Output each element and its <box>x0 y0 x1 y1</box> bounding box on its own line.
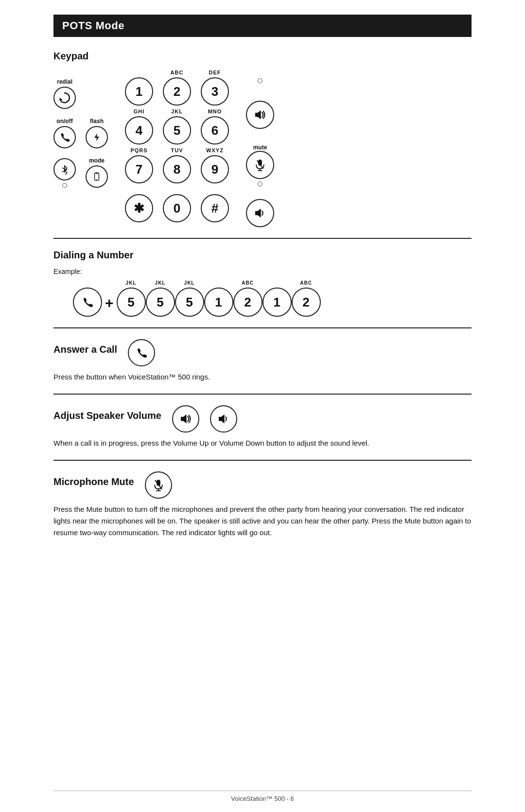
right-controls: mute <box>246 78 274 227</box>
numpad-cell-star: ✱ <box>125 186 153 222</box>
numpad-cell-1: 1 <box>125 70 153 106</box>
mute-button-keypad[interactable] <box>246 151 274 179</box>
mute-row: Microphone Mute <box>53 471 472 499</box>
numpad-cell-5: JKL 5 <box>163 108 191 144</box>
numpad-cell-hash: # <box>201 186 229 222</box>
numpad-cell-6: MNO 6 <box>201 108 229 144</box>
redial-button[interactable] <box>53 87 76 109</box>
dial-5a-button[interactable]: 5 <box>117 288 146 317</box>
dial-2a-button[interactable]: 2 <box>233 288 262 317</box>
dial-2a-wrap: ABC 2 <box>233 280 262 317</box>
mute-mic-icon <box>253 158 267 172</box>
key-hash[interactable]: # <box>201 194 229 222</box>
onoff-label: on/off <box>56 118 72 125</box>
mute-label: mute <box>253 144 267 151</box>
numpad-cell-7: PQRS 7 <box>125 147 153 183</box>
dial-phone-button[interactable] <box>73 288 102 317</box>
keypad-outer: redial on/off <box>53 69 472 227</box>
numpad-cell-4: GHI 4 <box>125 108 153 144</box>
dial-5c-button[interactable]: 5 <box>175 288 204 317</box>
key-1[interactable]: 1 <box>125 77 153 106</box>
dial-1a-button[interactable]: 1 <box>204 288 233 317</box>
answer-call-phone-button[interactable] <box>128 339 155 366</box>
divider-2 <box>53 327 472 328</box>
volume-down-icon <box>253 206 267 220</box>
numpad-cell-3: DEF 3 <box>201 70 229 106</box>
key-8[interactable]: 8 <box>163 155 191 183</box>
mute-display-button[interactable] <box>145 471 172 499</box>
onoff-phone-icon <box>58 131 71 144</box>
dial-5b-button[interactable]: 5 <box>146 288 175 317</box>
volume-title: Adjust Speaker Volume <box>53 410 161 421</box>
vol-up-display-icon <box>178 412 193 426</box>
vol-up-display-button[interactable] <box>172 405 199 433</box>
answer-phone-icon <box>135 346 148 360</box>
keypad-section: Keypad redial <box>53 51 472 227</box>
dial-2b-wrap: ABC 2 <box>292 280 321 317</box>
plus-symbol: + <box>105 295 114 311</box>
answer-call-title: Answer a Call <box>53 344 117 355</box>
svg-marker-1 <box>94 133 99 141</box>
volume-down-button[interactable] <box>246 199 274 227</box>
mode-label: mode <box>89 157 105 164</box>
key-3[interactable]: 3 <box>201 77 229 106</box>
key-0[interactable]: 0 <box>163 194 191 222</box>
numpad-grid: 1 ABC 2 DEF 3 GHI 4 JKL 5 <box>122 69 231 223</box>
volume-body: When a call is in progress, press the Vo… <box>53 437 472 449</box>
dial-1a-wrap: 1 <box>204 280 233 317</box>
dial-1b-wrap: 1 <box>262 280 292 317</box>
redial-label: redial <box>57 78 72 85</box>
mute-indicator-dot <box>258 181 262 186</box>
flash-label: flash <box>90 118 104 125</box>
key9-sublabel: WXYZ <box>206 147 224 154</box>
dialing-title: Dialing a Number <box>53 250 472 261</box>
dial-5b-sub: JKL <box>155 280 166 287</box>
key6-sublabel: MNO <box>208 108 222 115</box>
numpad-cell-8: TUV 8 <box>163 147 191 183</box>
svg-marker-0 <box>60 97 63 100</box>
bluetooth-indicator <box>62 183 67 188</box>
page-title: POTS Mode <box>53 15 472 37</box>
numpad-cell-9: WXYZ 9 <box>201 147 229 183</box>
key5-sublabel: JKL <box>171 108 183 115</box>
bluetooth-button[interactable] <box>53 158 76 180</box>
dial-1b-button[interactable]: 1 <box>262 288 292 317</box>
bluetooth-icon <box>59 164 70 175</box>
divider-3 <box>53 394 472 395</box>
volume-up-button[interactable] <box>246 101 274 129</box>
redial-icon <box>57 90 72 105</box>
onoff-button[interactable] <box>53 126 76 148</box>
volume-up-icon <box>253 108 267 122</box>
vol-indicator-dot <box>258 78 262 83</box>
mute-display-icon <box>152 478 165 492</box>
dial-2a-sub: ABC <box>242 280 254 287</box>
key-4[interactable]: 4 <box>125 116 153 144</box>
key7-sublabel: PQRS <box>130 147 147 154</box>
key-9[interactable]: 9 <box>201 155 229 183</box>
volume-row: Adjust Speaker Volume <box>53 405 472 433</box>
svg-rect-5 <box>96 173 98 174</box>
dial-example: + JKL 5 JKL 5 JKL 5 1 ABC <box>73 280 472 317</box>
example-label: Example: <box>53 268 472 275</box>
key-6[interactable]: 6 <box>201 116 229 144</box>
flash-button[interactable] <box>86 126 108 148</box>
answer-call-row: Answer a Call <box>53 339 472 366</box>
divider-4 <box>53 460 472 461</box>
key-2[interactable]: 2 <box>163 77 191 106</box>
key-7[interactable]: 7 <box>125 155 153 183</box>
dial-phone-wrap <box>73 280 102 317</box>
mute-body: Press the Mute button to turn off the mi… <box>53 504 472 539</box>
mute-section-title: Microphone Mute <box>53 476 134 487</box>
svg-point-6 <box>96 179 97 180</box>
vol-down-display-button[interactable] <box>210 405 237 433</box>
dial-5b-wrap: JKL 5 <box>146 280 175 317</box>
flash-icon <box>91 132 102 143</box>
key-star[interactable]: ✱ <box>125 194 153 222</box>
key-5[interactable]: 5 <box>163 116 191 144</box>
dial-2b-button[interactable]: 2 <box>292 288 321 317</box>
answer-call-section: Answer a Call Press the button when Voic… <box>53 339 472 383</box>
keypad-title: Keypad <box>53 51 472 62</box>
dial-5a-sub: JKL <box>126 280 137 287</box>
mode-button[interactable] <box>86 165 108 188</box>
numpad-cell-0: 0 <box>163 186 191 222</box>
